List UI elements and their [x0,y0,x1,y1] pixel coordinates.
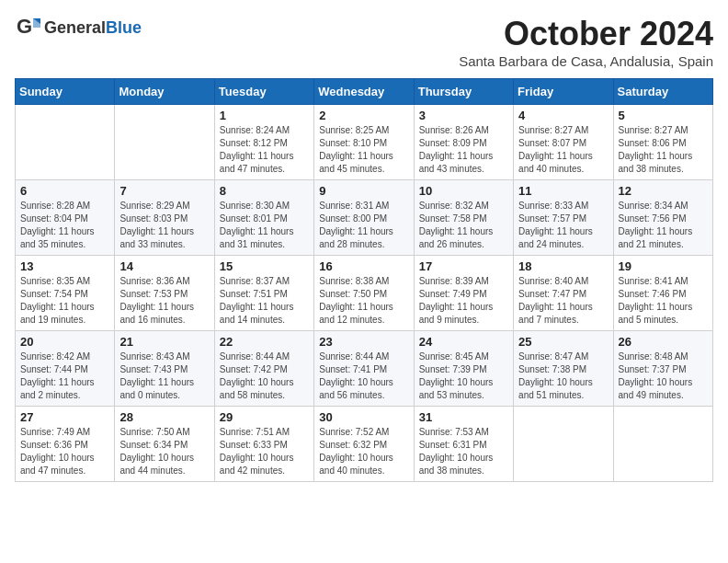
calendar-cell: 21Sunrise: 8:43 AM Sunset: 7:43 PM Dayli… [115,331,214,407]
logo: G GeneralBlue [15,15,142,40]
day-number: 14 [119,259,209,273]
week-row-3: 13Sunrise: 8:35 AM Sunset: 7:54 PM Dayli… [16,256,713,331]
day-number: 16 [319,259,408,273]
calendar-cell: 10Sunrise: 8:32 AM Sunset: 7:58 PM Dayli… [414,180,513,256]
day-info: Sunrise: 8:39 AM Sunset: 7:49 PM Dayligh… [419,275,508,327]
day-number: 7 [119,184,209,198]
day-number: 30 [319,410,408,424]
weekday-header-friday: Friday [514,79,613,105]
day-number: 25 [518,335,608,349]
day-number: 29 [220,410,309,424]
svg-marker-2 [33,18,40,28]
calendar-cell: 2Sunrise: 8:25 AM Sunset: 8:10 PM Daylig… [314,105,414,180]
day-info: Sunrise: 8:32 AM Sunset: 7:58 PM Dayligh… [419,200,508,251]
day-info: Sunrise: 8:42 AM Sunset: 7:44 PM Dayligh… [20,350,109,402]
svg-text:G: G [17,15,32,38]
week-row-2: 6Sunrise: 8:28 AM Sunset: 8:04 PM Daylig… [16,180,713,256]
day-info: Sunrise: 8:35 AM Sunset: 7:54 PM Dayligh… [20,275,109,327]
day-number: 23 [319,335,408,349]
day-number: 20 [20,335,109,349]
day-number: 28 [119,410,209,424]
day-number: 22 [220,335,309,349]
day-number: 4 [518,109,608,122]
calendar-cell: 30Sunrise: 7:52 AM Sunset: 6:32 PM Dayli… [314,407,414,482]
day-info: Sunrise: 8:33 AM Sunset: 7:57 PM Dayligh… [518,200,608,251]
logo-blue-text: Blue [106,18,142,37]
calendar-cell: 25Sunrise: 8:47 AM Sunset: 7:38 PM Dayli… [514,331,613,407]
calendar-cell: 5Sunrise: 8:27 AM Sunset: 8:06 PM Daylig… [613,105,712,180]
logo-general-text: General [44,18,106,37]
calendar-cell: 1Sunrise: 8:24 AM Sunset: 8:12 PM Daylig… [214,105,313,180]
day-number: 10 [419,184,508,198]
day-number: 5 [619,109,708,122]
day-info: Sunrise: 8:43 AM Sunset: 7:43 PM Dayligh… [119,350,209,402]
calendar-cell: 28Sunrise: 7:50 AM Sunset: 6:34 PM Dayli… [115,407,214,482]
calendar-cell: 27Sunrise: 7:49 AM Sunset: 6:36 PM Dayli… [16,407,115,482]
calendar-cell: 8Sunrise: 8:30 AM Sunset: 8:01 PM Daylig… [214,180,313,256]
calendar-cell: 15Sunrise: 8:37 AM Sunset: 7:51 PM Dayli… [214,256,313,331]
day-info: Sunrise: 7:50 AM Sunset: 6:34 PM Dayligh… [119,426,209,477]
day-number: 1 [220,109,309,122]
day-info: Sunrise: 8:30 AM Sunset: 8:01 PM Dayligh… [220,200,309,251]
day-info: Sunrise: 8:41 AM Sunset: 7:46 PM Dayligh… [619,275,708,327]
weekday-header-row: SundayMondayTuesdayWednesdayThursdayFrid… [16,79,713,105]
day-info: Sunrise: 8:28 AM Sunset: 8:04 PM Dayligh… [20,200,109,251]
day-info: Sunrise: 8:29 AM Sunset: 8:03 PM Dayligh… [119,200,209,251]
day-number: 9 [319,184,408,198]
day-number: 26 [619,335,708,349]
weekday-header-saturday: Saturday [613,79,712,105]
calendar-cell: 18Sunrise: 8:40 AM Sunset: 7:47 PM Dayli… [514,256,613,331]
day-number: 24 [419,335,508,349]
day-info: Sunrise: 7:53 AM Sunset: 6:31 PM Dayligh… [419,426,508,477]
day-number: 27 [20,410,109,424]
day-number: 17 [419,259,508,273]
calendar-cell: 7Sunrise: 8:29 AM Sunset: 8:03 PM Daylig… [115,180,214,256]
title-area: October 2024 Santa Barbara de Casa, Anda… [459,15,713,69]
logo-wordmark: GeneralBlue [44,18,142,38]
location-subtitle: Santa Barbara de Casa, Andalusia, Spain [459,53,713,69]
day-info: Sunrise: 7:52 AM Sunset: 6:32 PM Dayligh… [319,426,408,477]
calendar-cell: 23Sunrise: 8:44 AM Sunset: 7:41 PM Dayli… [314,331,414,407]
day-number: 15 [220,259,309,273]
day-info: Sunrise: 8:38 AM Sunset: 7:50 PM Dayligh… [319,275,408,327]
day-number: 11 [518,184,608,198]
day-info: Sunrise: 8:44 AM Sunset: 7:41 PM Dayligh… [319,350,408,402]
calendar-cell: 29Sunrise: 7:51 AM Sunset: 6:33 PM Dayli… [214,407,313,482]
day-info: Sunrise: 8:27 AM Sunset: 8:06 PM Dayligh… [619,124,708,176]
calendar-cell: 6Sunrise: 8:28 AM Sunset: 8:04 PM Daylig… [16,180,115,256]
calendar-cell: 19Sunrise: 8:41 AM Sunset: 7:46 PM Dayli… [613,256,712,331]
calendar-cell: 24Sunrise: 8:45 AM Sunset: 7:39 PM Dayli… [414,331,513,407]
calendar-cell: 3Sunrise: 8:26 AM Sunset: 8:09 PM Daylig… [414,105,513,180]
calendar-cell: 9Sunrise: 8:31 AM Sunset: 8:00 PM Daylig… [314,180,414,256]
calendar-table: SundayMondayTuesdayWednesdayThursdayFrid… [15,78,713,482]
calendar-cell [16,105,115,180]
logo-icon: G [15,15,40,40]
day-number: 3 [419,109,508,122]
page-header: G GeneralBlue October 2024 Santa Barbara… [15,15,713,69]
day-info: Sunrise: 8:44 AM Sunset: 7:42 PM Dayligh… [220,350,309,402]
week-row-4: 20Sunrise: 8:42 AM Sunset: 7:44 PM Dayli… [16,331,713,407]
day-info: Sunrise: 8:47 AM Sunset: 7:38 PM Dayligh… [518,350,608,402]
calendar-cell: 31Sunrise: 7:53 AM Sunset: 6:31 PM Dayli… [414,407,513,482]
day-number: 13 [20,259,109,273]
day-info: Sunrise: 8:34 AM Sunset: 7:56 PM Dayligh… [619,200,708,251]
calendar-cell: 4Sunrise: 8:27 AM Sunset: 8:07 PM Daylig… [514,105,613,180]
day-info: Sunrise: 8:37 AM Sunset: 7:51 PM Dayligh… [220,275,309,327]
calendar-cell: 11Sunrise: 8:33 AM Sunset: 7:57 PM Dayli… [514,180,613,256]
calendar-cell [514,407,613,482]
calendar-cell: 13Sunrise: 8:35 AM Sunset: 7:54 PM Dayli… [16,256,115,331]
day-info: Sunrise: 8:48 AM Sunset: 7:37 PM Dayligh… [619,350,708,402]
day-number: 12 [619,184,708,198]
day-info: Sunrise: 8:31 AM Sunset: 8:00 PM Dayligh… [319,200,408,251]
weekday-header-wednesday: Wednesday [314,79,414,105]
week-row-1: 1Sunrise: 8:24 AM Sunset: 8:12 PM Daylig… [16,105,713,180]
day-info: Sunrise: 8:45 AM Sunset: 7:39 PM Dayligh… [419,350,508,402]
calendar-cell: 26Sunrise: 8:48 AM Sunset: 7:37 PM Dayli… [613,331,712,407]
day-number: 8 [220,184,309,198]
weekday-header-monday: Monday [115,79,214,105]
day-info: Sunrise: 7:49 AM Sunset: 6:36 PM Dayligh… [20,426,109,477]
day-number: 21 [119,335,209,349]
calendar-cell [613,407,712,482]
day-info: Sunrise: 8:24 AM Sunset: 8:12 PM Dayligh… [220,124,309,176]
calendar-cell [115,105,214,180]
